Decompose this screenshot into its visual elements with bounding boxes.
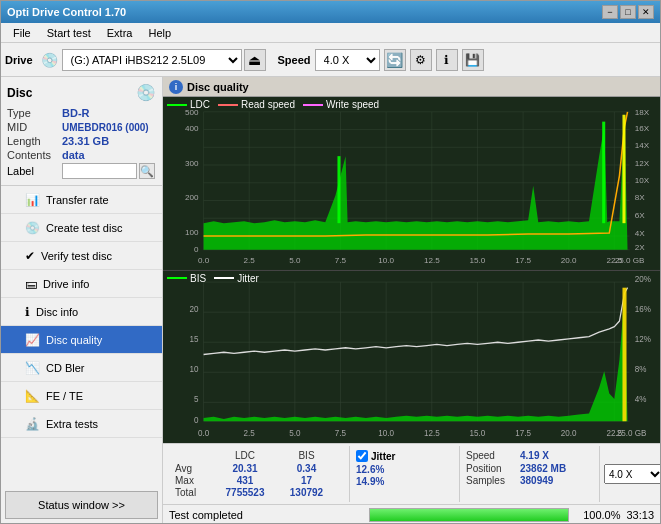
- lower-chart-svg: 0 5 10 15 20 20% 16% 12% 8% 4%: [163, 271, 660, 444]
- window-controls: − □ ✕: [602, 5, 654, 19]
- svg-text:7.5: 7.5: [335, 427, 347, 437]
- svg-text:14X: 14X: [635, 141, 650, 150]
- progress-bar-outer: [369, 508, 569, 522]
- upper-chart-svg: 0 100 200 300 400 500 18X 16X 14X 12X 10…: [163, 97, 660, 270]
- toolbar: Drive 💿 (G:) ATAPI iHBS212 2.5L09 ⏏ Spee…: [1, 43, 660, 77]
- svg-text:20: 20: [189, 303, 198, 313]
- svg-rect-47: [602, 122, 605, 224]
- nav-items: 📊 Transfer rate 💿 Create test disc ✔ Ver…: [1, 186, 162, 487]
- position-val: 23862 MB: [520, 463, 566, 474]
- read-speed-legend-dot: [218, 104, 238, 106]
- disc-panel-label: Disc: [7, 86, 32, 100]
- legend-bis: BIS: [167, 273, 206, 284]
- eject-button[interactable]: ⏏: [244, 49, 266, 71]
- nav-disc-info-label: Disc info: [36, 306, 78, 318]
- svg-text:2.5: 2.5: [244, 427, 256, 437]
- max-jitter: 14.9%: [356, 476, 384, 487]
- menu-start-test[interactable]: Start test: [39, 25, 99, 41]
- read-speed-legend-label: Read speed: [241, 99, 295, 110]
- disc-type-row: Type BD-R: [7, 107, 156, 119]
- total-label: Total: [175, 487, 211, 498]
- nav-verify-test-disc-label: Verify test disc: [41, 250, 112, 262]
- minimize-button[interactable]: −: [602, 5, 618, 19]
- svg-text:5: 5: [194, 393, 199, 403]
- mid-key: MID: [7, 121, 62, 133]
- label-key: Label: [7, 165, 62, 177]
- ldc-legend-dot: [167, 104, 187, 106]
- svg-text:2X: 2X: [635, 243, 646, 252]
- svg-text:12X: 12X: [635, 159, 650, 168]
- chart-title-icon: i: [169, 80, 183, 94]
- nav-verify-test-disc[interactable]: ✔ Verify test disc: [1, 242, 162, 270]
- svg-rect-46: [337, 156, 340, 223]
- nav-fe-te[interactable]: 📐 FE / TE: [1, 382, 162, 410]
- close-button[interactable]: ✕: [638, 5, 654, 19]
- extra-tests-icon: 🔬: [25, 417, 40, 431]
- disc-length-row: Length 23.31 GB: [7, 135, 156, 147]
- svg-text:10.0: 10.0: [378, 427, 394, 437]
- fe-te-icon: 📐: [25, 389, 40, 403]
- nav-create-test-disc-label: Create test disc: [46, 222, 122, 234]
- ldc-legend-label: LDC: [190, 99, 210, 110]
- verify-disc-icon: ✔: [25, 249, 35, 263]
- cd-bler-icon: 📉: [25, 361, 40, 375]
- nav-drive-info-label: Drive info: [43, 278, 89, 290]
- svg-text:0.0: 0.0: [198, 256, 210, 265]
- save-button[interactable]: 💾: [462, 49, 484, 71]
- svg-text:15: 15: [189, 333, 198, 343]
- write-speed-legend-label: Write speed: [326, 99, 379, 110]
- speed-combo[interactable]: 4.0 X: [315, 49, 380, 71]
- main-window: Opti Drive Control 1.70 − □ ✕ File Start…: [0, 0, 661, 524]
- nav-create-test-disc[interactable]: 💿 Create test disc: [1, 214, 162, 242]
- label-btn[interactable]: 🔍: [139, 163, 155, 179]
- svg-text:16X: 16X: [635, 125, 650, 134]
- max-label: Max: [175, 475, 211, 486]
- svg-text:17.5: 17.5: [515, 256, 531, 265]
- svg-text:17.5: 17.5: [515, 427, 531, 437]
- menu-bar: File Start test Extra Help: [1, 23, 660, 43]
- maximize-button[interactable]: □: [620, 5, 636, 19]
- legend-ldc: LDC: [167, 99, 210, 110]
- menu-extra[interactable]: Extra: [99, 25, 141, 41]
- info-button[interactable]: ℹ: [436, 49, 458, 71]
- upper-chart: LDC Read speed Write speed: [163, 97, 660, 271]
- status-window-button[interactable]: Status window >>: [5, 491, 158, 519]
- menu-file[interactable]: File: [5, 25, 39, 41]
- label-input[interactable]: [62, 163, 137, 179]
- bis-header: BIS: [279, 450, 334, 461]
- nav-cd-bler[interactable]: 📉 CD Bler: [1, 354, 162, 382]
- settings-button[interactable]: ⚙: [410, 49, 432, 71]
- progress-bar-inner: [370, 509, 568, 521]
- svg-text:10.0: 10.0: [378, 256, 394, 265]
- svg-text:5.0: 5.0: [289, 256, 301, 265]
- nav-extra-tests-label: Extra tests: [46, 418, 98, 430]
- svg-text:7.5: 7.5: [335, 256, 347, 265]
- jitter-checkbox[interactable]: [356, 450, 368, 462]
- nav-transfer-rate-label: Transfer rate: [46, 194, 109, 206]
- nav-extra-tests[interactable]: 🔬 Extra tests: [1, 410, 162, 438]
- max-ldc: 431: [215, 475, 275, 486]
- nav-transfer-rate[interactable]: 📊 Transfer rate: [1, 186, 162, 214]
- upper-legend: LDC Read speed Write speed: [167, 99, 379, 110]
- svg-text:0: 0: [194, 245, 199, 254]
- transfer-rate-icon: 📊: [25, 193, 40, 207]
- progress-bar-row: Test completed 100.0% 33:13: [163, 504, 660, 523]
- drive-info-icon: 🖴: [25, 277, 37, 291]
- lower-legend: BIS Jitter: [167, 273, 259, 284]
- svg-text:100: 100: [185, 228, 199, 237]
- avg-ldc: 20.31: [215, 463, 275, 474]
- disc-info-icon: ℹ: [25, 305, 30, 319]
- drive-combo[interactable]: (G:) ATAPI iHBS212 2.5L09: [62, 49, 242, 71]
- nav-disc-info[interactable]: ℹ Disc info: [1, 298, 162, 326]
- svg-text:15.0: 15.0: [470, 256, 486, 265]
- svg-text:8%: 8%: [635, 363, 647, 373]
- menu-help[interactable]: Help: [140, 25, 179, 41]
- legend-read-speed: Read speed: [218, 99, 295, 110]
- sidebar: Disc 💿 Type BD-R MID UMEBDR016 (000) Len…: [1, 77, 163, 523]
- refresh-button[interactable]: 🔄: [384, 49, 406, 71]
- svg-text:20.0: 20.0: [561, 427, 577, 437]
- nav-disc-quality[interactable]: 📈 Disc quality: [1, 326, 162, 354]
- stats-speed-combo[interactable]: 4.0 X: [604, 464, 660, 484]
- nav-drive-info[interactable]: 🖴 Drive info: [1, 270, 162, 298]
- svg-text:4%: 4%: [635, 393, 647, 403]
